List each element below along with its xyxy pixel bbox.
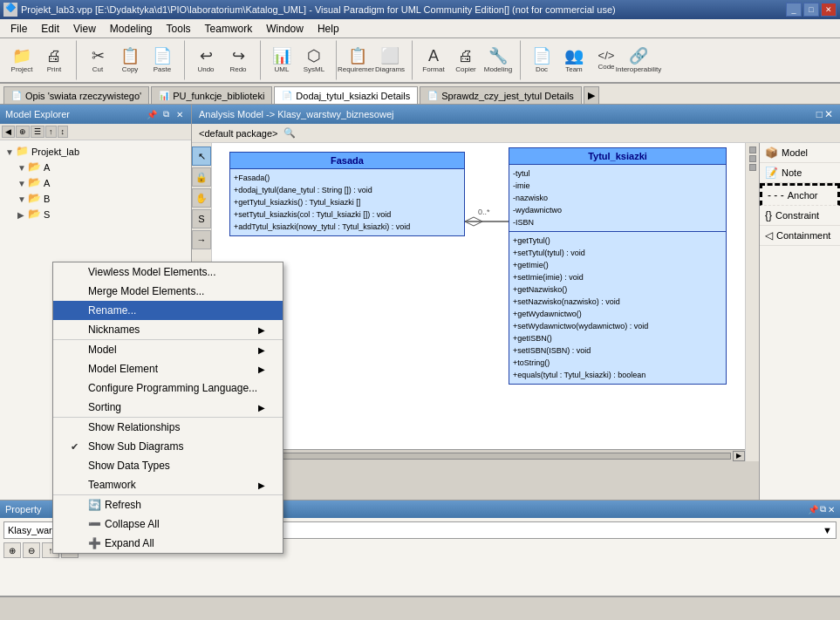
- scroll-handle-2: [749, 155, 756, 162]
- ctx-show-rel[interactable]: Show Relationships: [53, 417, 283, 437]
- maximize-button[interactable]: □: [803, 3, 819, 17]
- breadcrumb-text: <default package>: [199, 128, 278, 139]
- tool-interoperability[interactable]: 🔗Interoperability: [623, 43, 654, 78]
- explorer-tb-btn2[interactable]: ⊕: [16, 126, 30, 138]
- palette-icon-containment: ◁: [765, 229, 773, 242]
- menu-edit[interactable]: Edit: [34, 21, 66, 37]
- tab-opis[interactable]: 📄 Opis 'swiata rzeczywistego': [3, 86, 149, 104]
- tree-node-a2[interactable]: ▼ 📂 A: [3, 175, 188, 191]
- tree-node-projekt[interactable]: ▼ 📁 Projekt_lab: [3, 144, 188, 160]
- ctx-label-model-element: Model Element: [88, 363, 158, 375]
- uml-class-fasada[interactable]: Fasada +Fasada() +dodaj_tytul(dane_tytul…: [229, 152, 465, 236]
- ctx-rename[interactable]: Rename...: [53, 301, 283, 320]
- prop-tool-2[interactable]: ⊖: [23, 542, 40, 558]
- tool-diagrams[interactable]: ⬜Diagrams: [374, 43, 406, 78]
- menu-window[interactable]: Window: [259, 21, 311, 37]
- ctx-merge[interactable]: Merge Model Elements...: [53, 282, 283, 301]
- tab-pu[interactable]: 📊 PU_funkcje_biblioteki: [151, 86, 272, 104]
- explorer-tb-btn4[interactable]: ↑: [45, 126, 57, 138]
- ctx-teamwork[interactable]: Teamwork ▶: [53, 475, 283, 494]
- tab-overflow[interactable]: ▶: [584, 86, 599, 104]
- tool-modeling[interactable]: 🔧Modeling: [482, 43, 514, 78]
- palette-item-note[interactable]: 📝 Note: [760, 163, 840, 183]
- tree-node-s[interactable]: ▶ 📂 S: [3, 207, 188, 222]
- tree-node-a1[interactable]: ▼ 📂 A: [3, 160, 188, 175]
- tool-format[interactable]: AFormat: [418, 43, 449, 78]
- property-float-button[interactable]: ⧉: [820, 504, 826, 514]
- toolbar-group-format: AFormat 🖨Copier 🔧Modeling: [412, 40, 516, 80]
- palette-item-anchor[interactable]: - - - Anchor: [760, 183, 840, 206]
- property-dropdown-arrow: ▼: [823, 525, 832, 535]
- uml-class-tytul[interactable]: Tytul_ksiazki -tytul -imie -nazwisko -wy…: [509, 147, 727, 385]
- tytul-method-10: +setISBN(ISBN) : void: [513, 344, 722, 357]
- ctx-label-model: Model: [88, 344, 117, 356]
- left-panel: Model Explorer 📌 ⧉ ✕ ◀ ⊕ ☰ ↑ ↕ ▼ 📁 Proje…: [0, 105, 192, 500]
- tool-project[interactable]: 📁Project: [6, 43, 38, 78]
- tool-uml[interactable]: 📊UML: [266, 43, 297, 78]
- tool-doc[interactable]: 📄Doc: [526, 43, 557, 78]
- tool-requirement[interactable]: 📋Requirement: [342, 43, 373, 78]
- explorer-close-button[interactable]: ✕: [174, 108, 186, 120]
- tool-sysml[interactable]: ⬡SysML: [298, 43, 330, 78]
- palette-item-model[interactable]: 📦 Model: [760, 143, 840, 163]
- menu-modeling[interactable]: Modeling: [103, 21, 160, 37]
- diagram-header: Analysis Model -> Klasy_warstwy_biznesow…: [192, 105, 840, 124]
- tool-cut[interactable]: ✂Cut: [82, 43, 113, 78]
- diag-restore-button[interactable]: □: [816, 108, 823, 120]
- diag-tool-text[interactable]: S: [192, 209, 211, 228]
- ctx-nicknames[interactable]: Nicknames ▶: [53, 320, 283, 339]
- menu-view[interactable]: View: [66, 21, 103, 37]
- tree-icon-projekt: 📁: [16, 145, 30, 159]
- tree-node-b[interactable]: ▼ 📂 B: [3, 191, 188, 207]
- palette-item-constraint[interactable]: {} Constraint: [760, 206, 840, 226]
- tytul-method-11: +toString(): [513, 357, 722, 369]
- close-button[interactable]: ✕: [821, 3, 837, 17]
- menu-help[interactable]: Help: [311, 21, 346, 37]
- scroll-right-button[interactable]: ▶: [733, 451, 745, 461]
- tool-copy[interactable]: 📋Copy: [114, 43, 146, 78]
- property-pin-button[interactable]: 📌: [808, 504, 818, 514]
- tool-copier[interactable]: 🖨Copier: [450, 43, 481, 78]
- palette-item-containment[interactable]: ◁ Containment: [760, 226, 840, 246]
- ctx-show-data[interactable]: Show Data Types: [53, 456, 283, 475]
- doc-tabs: 📄 Opis 'swiata rzeczywistego' 📊 PU_funkc…: [0, 84, 840, 105]
- diag-tool-lock[interactable]: 🔒: [192, 167, 211, 187]
- tool-undo[interactable]: ↩Undo: [190, 43, 222, 78]
- ctx-refresh[interactable]: 🔄 Refresh: [53, 494, 283, 514]
- explorer-tb-btn5[interactable]: ↕: [58, 126, 69, 138]
- property-close-button[interactable]: ✕: [828, 504, 835, 514]
- ctx-collapse[interactable]: ➖ Collapse All: [53, 514, 283, 534]
- tool-redo[interactable]: ↪Redo: [222, 43, 254, 78]
- explorer-pin-button[interactable]: 📌: [146, 108, 158, 120]
- ctx-model-element[interactable]: Model Element ▶: [53, 359, 283, 378]
- menu-teamwork[interactable]: Teamwork: [198, 21, 260, 37]
- explorer-tb-btn3[interactable]: ☰: [31, 126, 44, 138]
- fasada-method-4: +setTytul_ksiazkis(col : Tytul_ksiazki […: [234, 208, 461, 221]
- ctx-model[interactable]: Model ▶: [53, 339, 283, 359]
- ctx-expand[interactable]: ➕ Expand All: [53, 534, 283, 553]
- ctx-show-sub[interactable]: ✔ Show Sub Diagrams: [53, 437, 283, 456]
- tytul-method-2: +setTytul(tytul) : void: [513, 247, 722, 259]
- tab-sprawdz[interactable]: 📄 Sprawdz_czy_jest_tytul Details: [420, 86, 582, 104]
- diag-close-button[interactable]: ✕: [824, 108, 833, 120]
- ctx-sorting[interactable]: Sorting ▶: [53, 398, 283, 417]
- prop-tool-1[interactable]: ⊕: [3, 542, 21, 558]
- minimize-button[interactable]: _: [786, 3, 802, 17]
- ctx-arrow-teamwork: ▶: [258, 480, 265, 490]
- diag-tool-hand[interactable]: ✋: [192, 188, 211, 208]
- diag-tool-arrow[interactable]: →: [192, 230, 211, 249]
- ctx-label-sorting: Sorting: [88, 401, 121, 413]
- tool-team[interactable]: 👥Team: [558, 43, 590, 78]
- h-scroll-track[interactable]: [226, 453, 731, 460]
- tool-print[interactable]: 🖨Print: [38, 43, 70, 78]
- explorer-tb-btn1[interactable]: ◀: [2, 126, 15, 138]
- menu-file[interactable]: File: [3, 21, 34, 37]
- menu-tools[interactable]: Tools: [160, 21, 198, 37]
- diag-tool-select[interactable]: ↖: [192, 146, 211, 166]
- tool-paste[interactable]: 📄Paste: [147, 43, 178, 78]
- explorer-float-button[interactable]: ⧉: [160, 108, 172, 120]
- tab-dodaj[interactable]: 📄 Dodaj_tytul_ksiazki Details: [274, 86, 418, 104]
- diagram-canvas[interactable]: Fasada +Fasada() +dodaj_tytul(dane_tytul…: [212, 143, 759, 461]
- ctx-configure[interactable]: Configure Programming Language...: [53, 378, 283, 398]
- ctx-viewless[interactable]: Viewless Model Elements...: [53, 262, 283, 282]
